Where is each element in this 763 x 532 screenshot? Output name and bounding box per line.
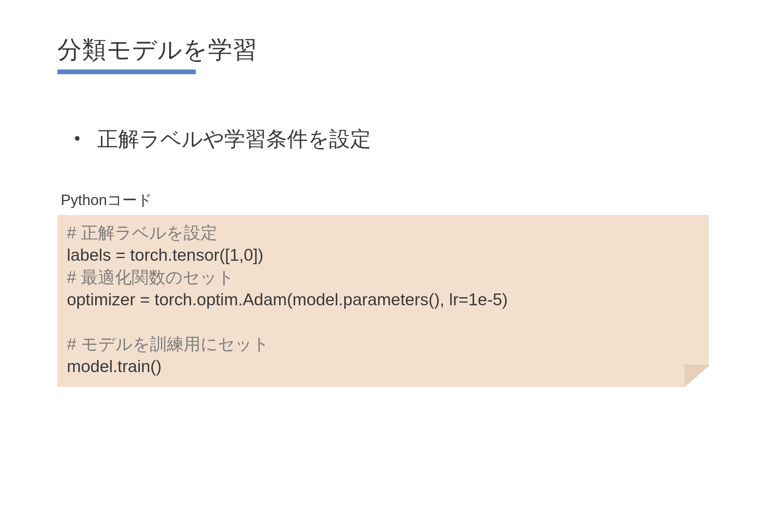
code-label: Pythonコード — [61, 190, 706, 210]
code-line: model.train() — [67, 355, 700, 377]
code-block-container: # 正解ラベルを設定 labels = torch.tensor([1,0]) … — [57, 215, 709, 387]
code-comment: # 最適化関数のセット — [67, 266, 700, 288]
code-comment: # 正解ラベルを設定 — [67, 222, 700, 244]
code-line: labels = torch.tensor([1,0]) — [67, 244, 700, 266]
page-corner-fold-icon — [685, 366, 709, 387]
bullet-dot-icon: • — [74, 125, 80, 152]
slide: 分類モデルを学習 • 正解ラベルや学習条件を設定 Pythonコード # 正解ラ… — [0, 0, 763, 532]
slide-title: 分類モデルを学習 — [57, 34, 706, 66]
code-block: # 正解ラベルを設定 labels = torch.tensor([1,0]) … — [57, 215, 709, 387]
code-blank-line — [67, 311, 700, 333]
title-underline — [57, 69, 196, 74]
bullet-item: • 正解ラベルや学習条件を設定 — [74, 125, 706, 153]
code-line: optimizer = torch.optim.Adam(model.param… — [67, 288, 700, 311]
code-comment: # モデルを訓練用にセット — [67, 333, 700, 355]
bullet-text: 正解ラベルや学習条件を設定 — [97, 125, 371, 153]
